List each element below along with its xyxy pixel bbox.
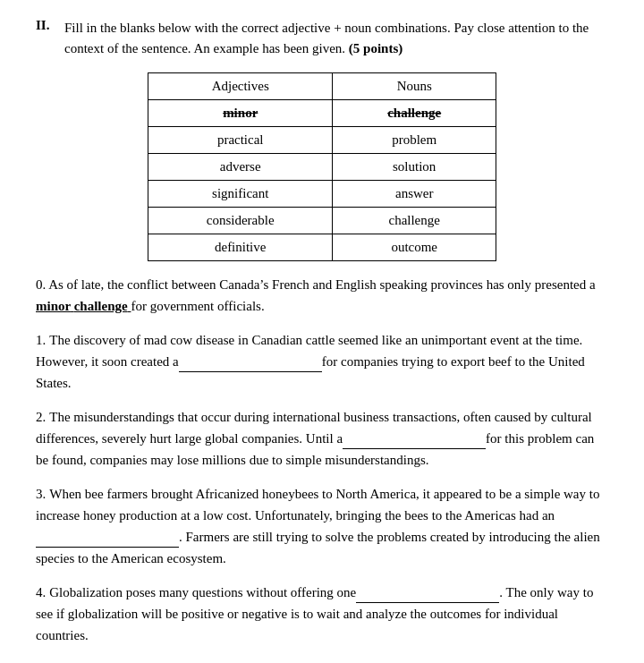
q2-number: 2. bbox=[36, 410, 46, 424]
table-row: practicalproblem bbox=[148, 127, 496, 154]
question-5: 5.China is one country which has seen hu… bbox=[36, 659, 608, 663]
table-row: significantanswer bbox=[148, 181, 496, 208]
table-noun-cell: answer bbox=[333, 181, 496, 208]
table-example-noun: challenge bbox=[333, 100, 496, 127]
table-adj-cell: significant bbox=[148, 181, 333, 208]
example-answer: minor challenge bbox=[36, 299, 131, 313]
q4-blank bbox=[356, 602, 499, 603]
table-adj-cell: considerable bbox=[148, 208, 333, 234]
table-adj-cell: definitive bbox=[148, 234, 333, 261]
table-row: considerablechallenge bbox=[148, 208, 496, 234]
q4-text: Globalization poses many questions witho… bbox=[36, 585, 593, 642]
section-header: II. Fill in the blanks below with the co… bbox=[36, 18, 608, 58]
example-number: 0. bbox=[36, 277, 46, 292]
table-adj-cell: adverse bbox=[148, 154, 333, 181]
example-item: 0. As of late, the conflict between Cana… bbox=[36, 274, 608, 317]
q2-text: The misunderstandings that occur during … bbox=[36, 410, 594, 467]
table-adj-cell: practical bbox=[148, 127, 333, 154]
q3-blank bbox=[36, 547, 179, 548]
question-4: 4.Globalization poses many questions wit… bbox=[36, 582, 608, 646]
q4-number: 4. bbox=[36, 585, 46, 599]
question-1: 1.The discovery of mad cow disease in Ca… bbox=[36, 329, 608, 394]
q1-text-part1: The discovery of mad cow disease in Cana… bbox=[36, 333, 585, 390]
question-2: 2.The misunderstandings that occur durin… bbox=[36, 406, 608, 471]
table-noun-cell: problem bbox=[333, 127, 496, 154]
question-3: 3.When bee farmers brought Africanized h… bbox=[36, 483, 608, 569]
q2-blank bbox=[343, 448, 486, 449]
section-instructions: Fill in the blanks below with the correc… bbox=[64, 18, 608, 58]
example-text-before: As of late, the conflict between Canada’… bbox=[48, 277, 595, 292]
q3-number: 3. bbox=[36, 487, 46, 501]
q1-blank bbox=[179, 371, 322, 372]
col-nouns-header: Nouns bbox=[333, 73, 496, 100]
section-number: II. bbox=[36, 18, 64, 33]
example-text-after: for government officials. bbox=[131, 299, 264, 313]
table-example-adj: minor bbox=[148, 100, 333, 127]
table-noun-cell: outcome bbox=[333, 234, 496, 261]
table-noun-cell: solution bbox=[333, 154, 496, 181]
word-table: Adjectives Nouns minorchallengepractical… bbox=[148, 72, 496, 261]
questions-container: 1.The discovery of mad cow disease in Ca… bbox=[36, 329, 608, 663]
table-row: definitiveoutcome bbox=[148, 234, 496, 261]
q3-text: When bee farmers brought Africanized hon… bbox=[36, 487, 600, 565]
table-row: adversesolution bbox=[148, 154, 496, 181]
exercise-body: 0. As of late, the conflict between Cana… bbox=[36, 274, 608, 663]
q1-number: 1. bbox=[36, 333, 46, 347]
col-adjectives-header: Adjectives bbox=[148, 73, 333, 100]
table-noun-cell: challenge bbox=[333, 208, 496, 234]
